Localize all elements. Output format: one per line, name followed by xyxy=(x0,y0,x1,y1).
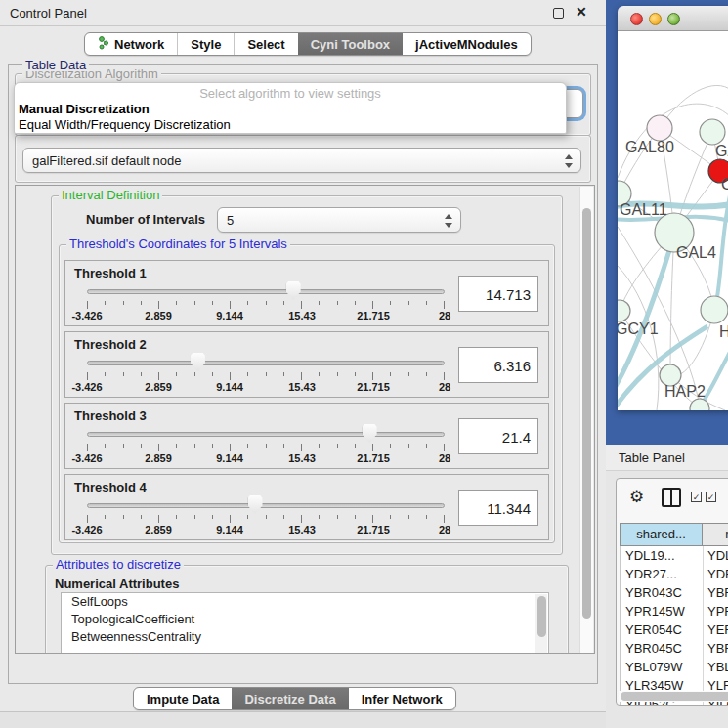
table-header-row: shared... na xyxy=(620,523,728,546)
list-item[interactable]: SelfLoops xyxy=(62,593,548,611)
table-horizontal-scrollbar[interactable] xyxy=(619,691,728,702)
table-panel-title: Table Panel xyxy=(619,450,685,465)
network-icon xyxy=(98,36,109,53)
threshold-2-value-field[interactable]: 6.316 xyxy=(458,347,538,383)
threshold-2-label: Threshold 2 xyxy=(74,337,147,352)
algorithm-popup-hint: Select algorithm to view settings xyxy=(15,86,566,101)
table-data-combobox[interactable]: galFiltered.sif default node xyxy=(22,148,581,173)
table-row[interactable]: YPR145WYPR1 xyxy=(621,602,728,621)
bottom-tab-bar: Impute Data Discretize Data Infer Networ… xyxy=(133,687,456,710)
close-traffic-light-icon[interactable] xyxy=(630,13,643,25)
threshold-4-slider-track[interactable] xyxy=(87,503,445,508)
checkbox-icon[interactable]: ✓ xyxy=(706,492,716,502)
node-gal80[interactable] xyxy=(647,115,672,141)
number-of-intervals-combobox[interactable]: 5 xyxy=(217,207,461,233)
threshold-2-slider-thumb[interactable] xyxy=(191,353,205,371)
table-row[interactable]: YDL19...YDL1 xyxy=(621,546,728,565)
checkbox-icon[interactable]: ✓ xyxy=(691,492,702,502)
columns-icon[interactable] xyxy=(662,488,681,507)
threshold-2-slider-track[interactable] xyxy=(87,361,445,365)
tab-select-label: Select xyxy=(247,37,284,52)
tab-cyni-toolbox-label: Cyni Toolbox xyxy=(311,37,390,52)
minimize-traffic-light-icon[interactable] xyxy=(649,13,662,25)
column-header-name[interactable]: na xyxy=(703,523,728,546)
tab-discretize-data-label: Discretize Data xyxy=(244,692,335,707)
node-label-gcy1: GCY1 xyxy=(618,321,659,337)
tab-impute-data[interactable]: Impute Data xyxy=(134,688,232,709)
status-strip xyxy=(0,711,606,728)
settings-scrollpane: Interval Definition Number of Intervals … xyxy=(15,185,595,654)
list-item[interactable]: BetweennessCentrality xyxy=(62,628,548,646)
threshold-1-slider-track[interactable] xyxy=(87,289,445,294)
table-data-label: Table Data xyxy=(22,59,89,71)
menu-item-equal-width-frequency[interactable]: Equal Width/Frequency Discretization xyxy=(19,117,231,132)
node-label-hap2: HAP2 xyxy=(664,383,706,400)
table-row[interactable]: YDR27...YDR2 xyxy=(621,565,728,583)
scrollbar-thumb[interactable] xyxy=(582,208,591,619)
tab-style[interactable]: Style xyxy=(177,33,234,55)
network-view-window[interactable]: GAL80 GA C GAL11 GAL4 GCY1 H HAP2 xyxy=(618,6,728,410)
threshold-3-value-field[interactable]: 21.4 xyxy=(458,418,538,454)
threshold-1-ticks xyxy=(87,301,445,309)
table-body: YDL19...YDL1 YDR27...YDR2 YBR043CYBR0 YP… xyxy=(620,546,728,706)
table-toolbar: ⚙ ✓ ✓ xyxy=(617,479,728,518)
close-icon[interactable]: ✕ xyxy=(576,4,587,20)
tab-select[interactable]: Select xyxy=(234,33,297,55)
float-window-icon[interactable] xyxy=(553,8,564,19)
node-partial-right[interactable] xyxy=(701,296,728,323)
menu-item-manual-discretization[interactable]: Manual Discretization xyxy=(19,102,150,116)
node-table: shared... na YDL19...YDL1 YDR27...YDR2 Y… xyxy=(620,523,728,706)
node-partial-bottom[interactable] xyxy=(690,399,709,410)
tab-cyni-toolbox[interactable]: Cyni Toolbox xyxy=(298,33,403,55)
cyni-toolbox-panel: Discretization Algorithm Table Data galF… xyxy=(8,64,598,684)
threshold-3-slider-track[interactable] xyxy=(87,432,445,437)
tab-network[interactable]: Network xyxy=(85,33,177,55)
tab-jactivemnodules[interactable]: jActiveMNodules xyxy=(403,33,531,55)
tab-discretize-data[interactable]: Discretize Data xyxy=(232,688,348,709)
stepper-arrows-icon xyxy=(565,153,573,169)
gear-icon[interactable]: ⚙ xyxy=(629,487,644,507)
control-panel: Control Panel ✕ Network Style Select Cyn… xyxy=(0,0,606,728)
node-gcy1[interactable] xyxy=(618,300,630,321)
threshold-1-slider-thumb[interactable] xyxy=(286,281,301,300)
settings-vertical-scrollbar[interactable] xyxy=(579,187,593,654)
control-panel-title: Control Panel xyxy=(10,6,87,21)
stepper-arrows-icon xyxy=(445,213,452,229)
table-data-value: galFiltered.sif default node xyxy=(32,153,181,168)
table-row[interactable]: YBL079WYBL0 xyxy=(621,658,728,676)
column-header-shared-name[interactable]: shared... xyxy=(620,523,703,546)
tab-infer-network[interactable]: Infer Network xyxy=(349,688,455,709)
tab-jactivemnodules-label: jActiveMNodules xyxy=(415,37,518,52)
zoom-traffic-light-icon[interactable] xyxy=(667,13,680,25)
list-item[interactable]: TopologicalCoefficient xyxy=(62,611,548,628)
tab-network-label: Network xyxy=(114,37,164,52)
table-row[interactable]: YBR045CYBR0 xyxy=(621,639,728,658)
node-label-partial-g: GA xyxy=(715,143,728,159)
threshold-3-panel: Threshold 3 -3.4262.8599.14415.4321.7152… xyxy=(64,403,549,469)
threshold-4-slider-thumb[interactable] xyxy=(248,495,263,514)
thresholds-group-label: Threshold's Coordinates for 5 Intervals xyxy=(66,237,290,250)
threshold-1-label: Threshold 1 xyxy=(74,266,147,280)
threshold-1-value-field[interactable]: 14.713 xyxy=(458,276,538,312)
node-label-partial-c: C xyxy=(721,176,728,193)
top-tab-bar: Network Style Select Cyni Toolbox jActiv… xyxy=(84,32,532,56)
threshold-3-ticks xyxy=(87,444,445,451)
threshold-3-slider-thumb[interactable] xyxy=(363,424,377,443)
list-scrollbar[interactable] xyxy=(535,594,547,654)
table-panel-header: Table Panel xyxy=(606,445,728,471)
threshold-4-value-field[interactable]: 11.344 xyxy=(458,490,538,526)
table-row[interactable]: YER054CYER0 xyxy=(621,621,728,639)
node-label-gal4: GAL4 xyxy=(676,244,716,261)
threshold-4-ticks xyxy=(87,515,445,523)
scrollbar-thumb[interactable] xyxy=(621,692,728,701)
network-window-titlebar[interactable] xyxy=(618,6,728,31)
table-row[interactable]: YBR043CYBR0 xyxy=(621,583,728,602)
tab-style-label: Style xyxy=(191,37,221,52)
network-graph: GAL80 GA C GAL11 GAL4 GCY1 H HAP2 xyxy=(618,31,728,410)
threshold-4-panel: Threshold 4 -3.4262.8599.14415.4321.7152… xyxy=(64,474,549,540)
attributes-group-label: Attributes to discretize xyxy=(53,558,184,571)
interval-definition-label: Interval Definition xyxy=(59,189,162,201)
node-label-gal11: GAL11 xyxy=(620,201,667,218)
node-partial-top[interactable] xyxy=(700,119,725,145)
network-canvas[interactable]: GAL80 GA C GAL11 GAL4 GCY1 H HAP2 xyxy=(618,31,728,410)
